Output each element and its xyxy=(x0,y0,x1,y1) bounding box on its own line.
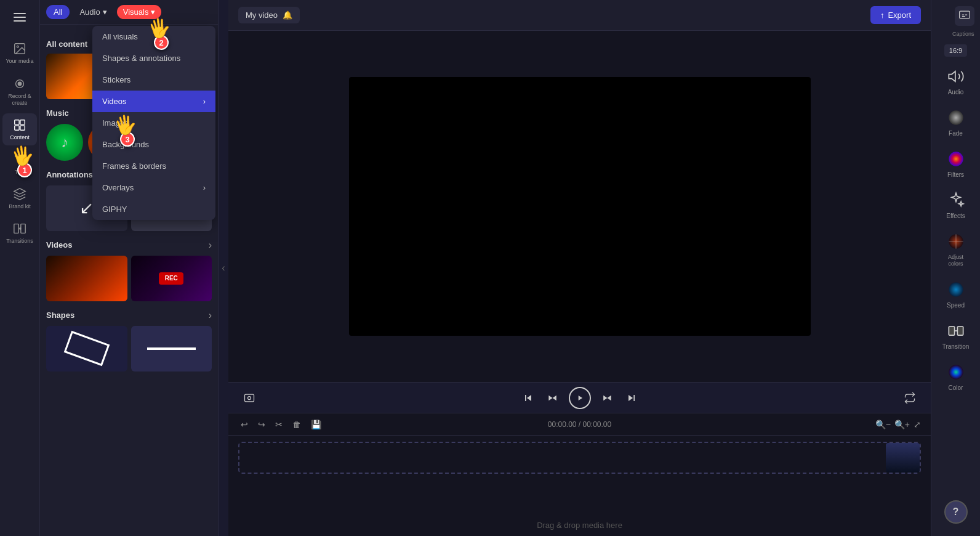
dropdown-item-all-visuals[interactable]: All visuals xyxy=(92,26,215,47)
videos-label: Videos xyxy=(46,240,72,250)
svg-rect-18 xyxy=(949,327,954,335)
save-button[interactable]: 💾 xyxy=(308,417,324,432)
shape-thumb-2[interactable] xyxy=(131,326,212,372)
right-panel-transition[interactable]: Transition xyxy=(934,316,978,355)
videos-expand-icon[interactable]: › xyxy=(209,240,212,251)
help-button[interactable]: ? xyxy=(944,500,968,524)
skip-back-button[interactable] xyxy=(520,389,537,407)
visuals-dropdown-menu: All visuals Shapes & annotations Sticker… xyxy=(92,26,215,220)
export-button[interactable]: ↑ Export xyxy=(870,6,921,24)
svg-rect-7 xyxy=(20,126,25,130)
export-upload-icon: ↑ xyxy=(880,10,885,20)
sidebar-item-brand[interactable]: Brand kit xyxy=(2,182,37,214)
rewind-button[interactable] xyxy=(544,389,561,407)
right-panel-adjust-colors[interactable]: Adjustcolors xyxy=(934,227,978,272)
svg-point-20 xyxy=(949,365,963,379)
collapse-panel-button[interactable]: ‹ xyxy=(219,0,228,536)
undo-button[interactable]: ↩ xyxy=(238,417,251,432)
right-panel-effects[interactable]: Effects xyxy=(934,185,978,224)
dropdown-item-shapes[interactable]: Shapes & annotations xyxy=(92,47,215,69)
redo-button[interactable]: ↪ xyxy=(255,417,268,432)
filter-visuals-button[interactable]: Visuals ▾ xyxy=(117,5,162,19)
timeline-clip[interactable] xyxy=(886,443,920,473)
svg-rect-5 xyxy=(20,120,25,124)
player-center-controls xyxy=(520,387,640,409)
right-panel-fade[interactable]: Fade xyxy=(934,103,978,142)
shapes-label: Shapes xyxy=(46,311,74,320)
svg-point-1 xyxy=(17,46,18,47)
dropdown-item-overlays[interactable]: Overlays › xyxy=(92,177,215,198)
shapes-grid xyxy=(46,326,212,372)
sidebar-item-record-create[interactable]: Record & create xyxy=(2,72,37,112)
video-preview xyxy=(349,77,811,336)
sidebar-item-content[interactable]: Content xyxy=(2,113,37,145)
shape-thumb-1[interactable] xyxy=(46,326,127,372)
video-thumb-fire[interactable] xyxy=(46,256,127,301)
dropdown-item-backgrounds[interactable]: Backgrounds xyxy=(92,134,215,155)
scissors-button[interactable]: ✂ xyxy=(273,417,285,432)
chevron-right-icon: › xyxy=(203,97,206,106)
sidebar-item-label: Brand kit xyxy=(9,203,31,209)
shapes-section-header: Shapes › xyxy=(46,310,212,321)
zoom-in-button[interactable]: 🔍+ xyxy=(894,420,910,429)
sidebar-item-label: Your media xyxy=(6,58,33,65)
sidebar-item-label: Record & create xyxy=(5,93,34,107)
timeline-track-main[interactable] xyxy=(238,442,921,474)
sidebar-item-label: Content xyxy=(10,134,30,140)
preview-area xyxy=(228,31,931,382)
right-panel-color[interactable]: Color xyxy=(934,357,978,396)
adjust-colors-label: Adjustcolors xyxy=(948,254,963,267)
captions-label: Captions xyxy=(952,31,974,37)
skip-forward-button[interactable] xyxy=(623,389,640,407)
dropdown-arrow-icon: ▾ xyxy=(151,7,155,17)
hamburger-button[interactable] xyxy=(7,5,32,30)
delete-button[interactable]: 🗑 xyxy=(290,417,303,432)
zoom-out-button[interactable]: 🔍− xyxy=(875,420,891,429)
filter-bar: All Audio ▾ Visuals ▾ xyxy=(40,0,218,25)
captions-button[interactable] xyxy=(955,6,974,26)
filter-audio-button[interactable]: Audio ▾ xyxy=(73,5,113,19)
music-label: Music xyxy=(46,108,69,118)
sidebar-item-text[interactable]: Text xyxy=(2,148,37,180)
svg-point-3 xyxy=(18,82,22,86)
music-thumb-1[interactable]: ♪ xyxy=(46,124,83,161)
adjust-colors-icon xyxy=(946,232,966,251)
effects-label: Effects xyxy=(946,213,965,219)
svg-rect-6 xyxy=(15,126,19,130)
shapes-expand-icon[interactable]: › xyxy=(209,310,212,321)
play-button[interactable] xyxy=(569,387,591,409)
color-label: Color xyxy=(949,384,963,391)
collapse-left-icon: ‹ xyxy=(222,262,225,274)
dropdown-item-images[interactable]: Images xyxy=(92,112,215,134)
timeline-toolbar: ↩ ↪ ✂ 🗑 💾 00:00.00 / 00:00.00 🔍− 🔍+ ⤢ xyxy=(228,413,931,436)
fade-label: Fade xyxy=(949,130,963,137)
right-panel: Captions 16:9 Audio xyxy=(931,0,980,536)
loop-button[interactable] xyxy=(901,389,918,407)
video-title-tab[interactable]: My video 🔔 xyxy=(238,7,300,23)
svg-rect-8 xyxy=(14,224,18,233)
right-panel-speed[interactable]: Speed xyxy=(934,275,978,314)
right-panel-audio[interactable]: Audio xyxy=(934,62,978,100)
filter-all-button[interactable]: All xyxy=(46,5,70,19)
video-thumb-dark[interactable]: REC xyxy=(131,256,212,301)
sidebar-item-transitions[interactable]: Transitions xyxy=(2,217,37,249)
right-panel-filters[interactable]: Filters xyxy=(934,144,978,183)
screenshot-button[interactable] xyxy=(241,389,258,407)
dropdown-item-stickers[interactable]: Stickers xyxy=(92,69,215,91)
svg-rect-4 xyxy=(15,120,19,124)
dropdown-item-frames[interactable]: Frames & borders xyxy=(92,155,215,177)
filters-label: Filters xyxy=(947,171,964,178)
svg-point-15 xyxy=(949,152,963,166)
svg-point-11 xyxy=(248,396,251,399)
left-sidebar: Your media Record & create Content Text … xyxy=(0,0,40,536)
videos-grid: REC xyxy=(46,256,212,301)
dropdown-item-videos[interactable]: Videos › xyxy=(92,91,215,112)
timeline-tracks: Drag & drop media here xyxy=(228,436,931,536)
aspect-ratio-button[interactable]: 16:9 xyxy=(944,44,967,57)
main-area: My video 🔔 ↑ Export xyxy=(228,0,931,536)
sidebar-item-your-media[interactable]: Your media xyxy=(2,37,37,70)
content-panel: All Audio ▾ Visuals ▾ All visuals Shapes… xyxy=(40,0,219,536)
forward-button[interactable] xyxy=(598,389,616,407)
dropdown-item-giphy[interactable]: GIPHY xyxy=(92,198,215,220)
fit-button[interactable]: ⤢ xyxy=(914,420,921,429)
